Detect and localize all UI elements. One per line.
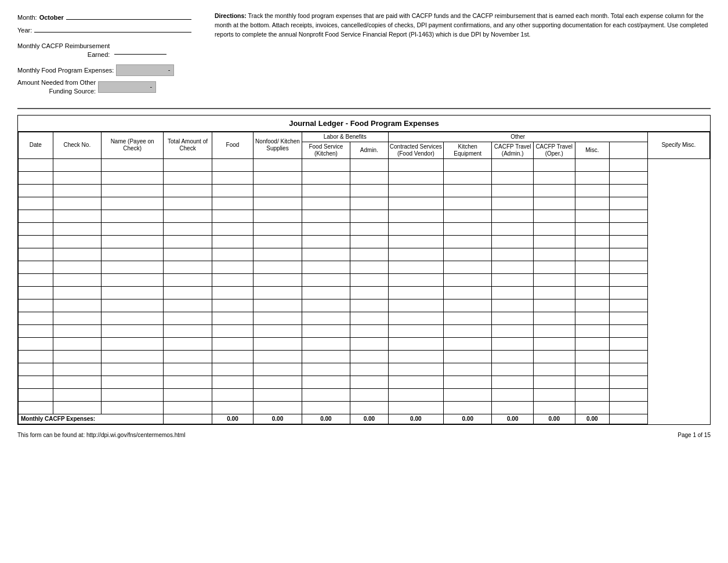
funding-value: - — [98, 81, 156, 93]
group-header-row: Date Check No. Name (Payee on Check) Tot… — [19, 132, 710, 142]
col-specmisc-header: Specify Misc. — [647, 132, 709, 158]
table-row — [19, 350, 710, 363]
footer-label: Monthly CACFP Expenses: — [19, 414, 164, 424]
footer-food: 0.00 — [212, 414, 253, 424]
footer-url: This form can be found at: http://dpi.wi… — [17, 432, 186, 438]
month-row: Month: October — [17, 12, 191, 21]
footer-blank-total — [164, 414, 212, 424]
funding-row: Amount Needed from Other Funding Source:… — [17, 78, 191, 96]
table-row — [19, 324, 710, 337]
table-row — [19, 235, 710, 248]
col-name-header: Name (Payee on Check) — [102, 132, 164, 158]
top-section: Month: October Year: Monthly CACFP Reimb… — [17, 12, 711, 96]
divider — [17, 108, 711, 109]
col-misc-header: Misc. — [575, 142, 610, 158]
labor-benefits-group: Labor & Benefits — [302, 132, 388, 142]
reimbursement-underline — [114, 46, 166, 55]
table-row — [19, 376, 710, 388]
ledger-section: Journal Ledger - Food Program Expenses D… — [17, 115, 711, 425]
year-underline — [34, 24, 191, 33]
col-checkno-header: Check No. — [53, 132, 101, 158]
table-row — [19, 248, 710, 261]
table-row — [19, 184, 710, 197]
col-kitchen-header: Kitchen Equipment — [444, 142, 492, 158]
footer-kitchen: 0.00 — [444, 414, 492, 424]
funding-label: Amount Needed from Other Funding Source: — [17, 78, 96, 96]
ledger-title: Journal Ledger - Food Program Expenses — [18, 116, 710, 132]
reimbursement-label: Monthly CACFP Reimbursement Earned: — [17, 42, 110, 60]
expenses-value: - — [116, 64, 174, 76]
col-foodsvc-header: Food Service (Kitchen) — [302, 142, 350, 158]
table-row — [19, 158, 710, 171]
col-contracted-header: Contracted Services (Food Vendor) — [388, 142, 443, 158]
table-row — [19, 210, 710, 222]
footer-contracted: 0.00 — [388, 414, 443, 424]
other-group: Other — [388, 132, 647, 142]
directions-panel: Directions: Track the monthly food progr… — [215, 12, 711, 96]
reimbursement-row: Monthly CACFP Reimbursement Earned: — [17, 42, 191, 60]
left-panel: Month: October Year: Monthly CACFP Reimb… — [17, 12, 191, 96]
col-food-header: Food — [212, 132, 253, 158]
reimbursement-section: Monthly CACFP Reimbursement Earned: — [17, 42, 191, 60]
table-row — [19, 363, 710, 376]
table-row — [19, 312, 710, 324]
month-label: Month: — [17, 14, 37, 21]
table-row — [19, 401, 710, 414]
footer-foodsvc: 0.00 — [302, 414, 350, 424]
table-row — [19, 273, 710, 286]
footer-cacfp-admin: 0.00 — [492, 414, 534, 424]
footer-misc: 0.00 — [575, 414, 610, 424]
expenses-label: Monthly Food Program Expenses: — [17, 67, 114, 74]
month-underline — [66, 12, 191, 20]
table-row — [19, 388, 710, 401]
footer-row: Monthly CACFP Expenses: 0.00 0.00 0.00 0… — [19, 414, 710, 424]
month-value: October — [39, 14, 64, 21]
directions-title: Directions: — [215, 12, 247, 19]
year-label: Year: — [17, 27, 32, 34]
table-row — [19, 171, 710, 184]
col-nonfood-header: Nonfood/ Kitchen Supplies — [253, 132, 302, 158]
table-row — [19, 299, 710, 312]
col-cacfp-oper-header: CACFP Travel (Oper.) — [533, 142, 575, 158]
table-row — [19, 261, 710, 273]
col-total-header: Total Amount of Check — [164, 132, 212, 158]
ledger-body — [19, 158, 710, 414]
footer-nonfood: 0.00 — [253, 414, 302, 424]
ledger-table: Date Check No. Name (Payee on Check) Tot… — [18, 132, 710, 424]
expenses-row: Monthly Food Program Expenses: - — [17, 64, 191, 76]
footer-page: Page 1 of 15 — [678, 432, 711, 438]
col-admin-header: Admin. — [350, 142, 389, 158]
year-row: Year: — [17, 24, 191, 34]
table-row — [19, 286, 710, 299]
table-row — [19, 222, 710, 235]
table-row — [19, 337, 710, 350]
col-date-header: Date — [19, 132, 53, 158]
directions-text: Track the monthly food program expenses … — [215, 12, 708, 38]
footer-specmisc — [610, 414, 648, 424]
footer-admin: 0.00 — [350, 414, 389, 424]
table-row — [19, 197, 710, 210]
page-footer: This form can be found at: http://dpi.wi… — [17, 432, 711, 438]
footer-cacfp-oper: 0.00 — [533, 414, 575, 424]
col-cacfp-admin-header: CACFP Travel (Admin.) — [492, 142, 534, 158]
